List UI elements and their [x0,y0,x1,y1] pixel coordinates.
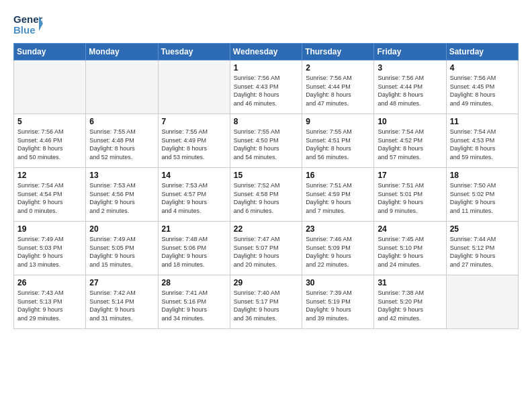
day-number: 17 [378,171,442,180]
day-number: 21 [162,224,226,234]
day-info: Sunrise: 7:55 AM Sunset: 4:51 PM Dayligh… [306,128,370,161]
day-cell: 22Sunrise: 7:47 AM Sunset: 5:07 PM Dayli… [230,222,302,275]
day-cell: 15Sunrise: 7:52 AM Sunset: 4:58 PM Dayli… [230,168,302,222]
day-cell [14,60,86,114]
day-info: Sunrise: 7:49 AM Sunset: 5:03 PM Dayligh… [17,235,82,269]
day-number: 26 [17,278,82,287]
day-info: Sunrise: 7:40 AM Sunset: 5:17 PM Dayligh… [234,289,298,322]
logo-svg: General Blue [13,11,43,36]
day-cell: 14Sunrise: 7:53 AM Sunset: 4:57 PM Dayli… [158,168,230,222]
day-number: 25 [450,224,515,234]
day-cell: 7Sunrise: 7:55 AM Sunset: 4:49 PM Daylig… [158,114,230,168]
day-cell [158,60,230,114]
svg-text:General: General [13,13,43,25]
day-info: Sunrise: 7:54 AM Sunset: 4:52 PM Dayligh… [378,128,442,161]
day-cell: 31Sunrise: 7:38 AM Sunset: 5:20 PM Dayli… [374,275,446,329]
day-cell [86,60,158,114]
day-cell: 30Sunrise: 7:39 AM Sunset: 5:19 PM Dayli… [302,275,374,329]
day-info: Sunrise: 7:42 AM Sunset: 5:14 PM Dayligh… [89,289,154,322]
weekday-header-friday: Friday [374,44,446,60]
day-number: 7 [162,117,226,126]
day-cell: 19Sunrise: 7:49 AM Sunset: 5:03 PM Dayli… [14,222,86,275]
day-cell: 8Sunrise: 7:55 AM Sunset: 4:50 PM Daylig… [230,114,302,168]
day-number: 9 [306,117,370,126]
day-cell: 23Sunrise: 7:46 AM Sunset: 5:09 PM Dayli… [302,222,374,275]
svg-text:Blue: Blue [13,24,36,36]
weekday-header-sunday: Sunday [14,44,86,60]
day-info: Sunrise: 7:56 AM Sunset: 4:44 PM Dayligh… [378,74,442,107]
day-info: Sunrise: 7:56 AM Sunset: 4:44 PM Dayligh… [306,74,370,107]
week-row-4: 19Sunrise: 7:49 AM Sunset: 5:03 PM Dayli… [14,222,519,275]
day-info: Sunrise: 7:49 AM Sunset: 5:05 PM Dayligh… [89,235,154,269]
day-number: 20 [89,224,154,234]
day-info: Sunrise: 7:41 AM Sunset: 5:16 PM Dayligh… [162,289,226,322]
day-cell: 2Sunrise: 7:56 AM Sunset: 4:44 PM Daylig… [302,60,374,114]
day-cell: 13Sunrise: 7:53 AM Sunset: 4:56 PM Dayli… [86,168,158,222]
day-cell: 17Sunrise: 7:51 AM Sunset: 5:01 PM Dayli… [374,168,446,222]
day-info: Sunrise: 7:46 AM Sunset: 5:09 PM Dayligh… [306,235,370,269]
day-info: Sunrise: 7:56 AM Sunset: 4:45 PM Dayligh… [450,74,515,107]
day-cell: 18Sunrise: 7:50 AM Sunset: 5:02 PM Dayli… [446,168,518,222]
day-cell: 21Sunrise: 7:48 AM Sunset: 5:06 PM Dayli… [158,222,230,275]
day-cell: 1Sunrise: 7:56 AM Sunset: 4:43 PM Daylig… [230,60,302,114]
day-cell: 25Sunrise: 7:44 AM Sunset: 5:12 PM Dayli… [446,222,518,275]
day-number: 31 [378,278,442,287]
day-cell: 29Sunrise: 7:40 AM Sunset: 5:17 PM Dayli… [230,275,302,329]
day-cell: 24Sunrise: 7:45 AM Sunset: 5:10 PM Dayli… [374,222,446,275]
day-number: 30 [306,278,370,287]
day-number: 8 [234,117,298,126]
week-row-2: 5Sunrise: 7:56 AM Sunset: 4:46 PM Daylig… [14,114,519,168]
day-number: 22 [234,224,298,234]
day-cell [446,275,518,329]
day-cell: 28Sunrise: 7:41 AM Sunset: 5:16 PM Dayli… [158,275,230,329]
day-info: Sunrise: 7:55 AM Sunset: 4:48 PM Dayligh… [89,128,154,161]
day-info: Sunrise: 7:44 AM Sunset: 5:12 PM Dayligh… [450,235,515,269]
day-number: 2 [306,63,370,73]
day-number: 12 [17,171,82,180]
day-number: 10 [378,117,442,126]
day-cell: 3Sunrise: 7:56 AM Sunset: 4:44 PM Daylig… [374,60,446,114]
day-info: Sunrise: 7:55 AM Sunset: 4:49 PM Dayligh… [162,128,226,161]
day-info: Sunrise: 7:52 AM Sunset: 4:58 PM Dayligh… [234,181,298,215]
day-info: Sunrise: 7:53 AM Sunset: 4:56 PM Dayligh… [89,181,154,215]
day-info: Sunrise: 7:45 AM Sunset: 5:10 PM Dayligh… [378,235,442,269]
day-number: 15 [234,171,298,180]
weekday-header-tuesday: Tuesday [158,44,230,60]
day-number: 23 [306,224,370,234]
day-info: Sunrise: 7:56 AM Sunset: 4:43 PM Dayligh… [234,74,298,107]
day-number: 18 [450,171,515,180]
day-cell: 26Sunrise: 7:43 AM Sunset: 5:13 PM Dayli… [14,275,86,329]
day-info: Sunrise: 7:38 AM Sunset: 5:20 PM Dayligh… [378,289,442,322]
weekday-header-row: SundayMondayTuesdayWednesdayThursdayFrid… [14,44,519,60]
day-info: Sunrise: 7:50 AM Sunset: 5:02 PM Dayligh… [450,181,515,215]
day-info: Sunrise: 7:54 AM Sunset: 4:53 PM Dayligh… [450,128,515,161]
week-row-1: 1Sunrise: 7:56 AM Sunset: 4:43 PM Daylig… [14,60,519,114]
day-cell: 11Sunrise: 7:54 AM Sunset: 4:53 PM Dayli… [446,114,518,168]
day-info: Sunrise: 7:47 AM Sunset: 5:07 PM Dayligh… [234,235,298,269]
day-number: 4 [450,63,515,73]
week-row-5: 26Sunrise: 7:43 AM Sunset: 5:13 PM Dayli… [14,275,519,329]
day-number: 19 [17,224,82,234]
day-info: Sunrise: 7:56 AM Sunset: 4:46 PM Dayligh… [17,128,82,161]
day-number: 3 [378,63,442,73]
day-number: 27 [89,278,154,287]
day-number: 6 [89,117,154,126]
day-number: 11 [450,117,515,126]
day-info: Sunrise: 7:39 AM Sunset: 5:19 PM Dayligh… [306,289,370,322]
day-info: Sunrise: 7:53 AM Sunset: 4:57 PM Dayligh… [162,181,226,215]
day-cell: 16Sunrise: 7:51 AM Sunset: 4:59 PM Dayli… [302,168,374,222]
day-number: 1 [234,63,298,73]
day-number: 5 [17,117,82,126]
day-cell: 10Sunrise: 7:54 AM Sunset: 4:52 PM Dayli… [374,114,446,168]
day-cell: 27Sunrise: 7:42 AM Sunset: 5:14 PM Dayli… [86,275,158,329]
day-info: Sunrise: 7:55 AM Sunset: 4:50 PM Dayligh… [234,128,298,161]
day-number: 28 [162,278,226,287]
calendar-table: SundayMondayTuesdayWednesdayThursdayFrid… [13,43,519,329]
day-info: Sunrise: 7:48 AM Sunset: 5:06 PM Dayligh… [162,235,226,269]
weekday-header-thursday: Thursday [302,44,374,60]
weekday-header-saturday: Saturday [446,44,518,60]
day-cell: 20Sunrise: 7:49 AM Sunset: 5:05 PM Dayli… [86,222,158,275]
day-info: Sunrise: 7:51 AM Sunset: 4:59 PM Dayligh… [306,181,370,215]
day-number: 16 [306,171,370,180]
day-number: 24 [378,224,442,234]
